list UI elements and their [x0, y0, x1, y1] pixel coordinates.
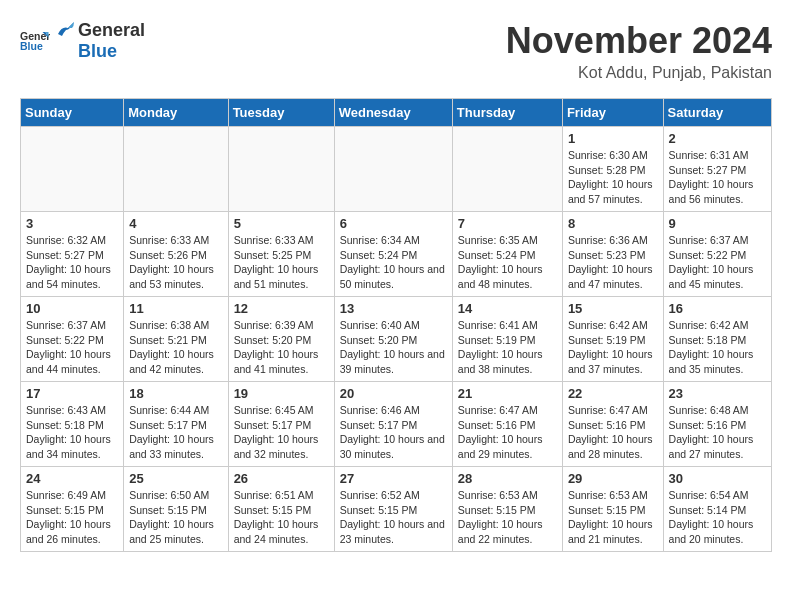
- day-daylight: Daylight: 10 hours and 44 minutes.: [26, 348, 111, 375]
- day-sunrise: Sunrise: 6:49 AM: [26, 489, 106, 501]
- calendar-cell: 9 Sunrise: 6:37 AM Sunset: 5:22 PM Dayli…: [663, 212, 771, 297]
- calendar-header-row: SundayMondayTuesdayWednesdayThursdayFrid…: [21, 99, 772, 127]
- day-number: 5: [234, 216, 329, 231]
- calendar-cell: 6 Sunrise: 6:34 AM Sunset: 5:24 PM Dayli…: [334, 212, 452, 297]
- day-sunrise: Sunrise: 6:48 AM: [669, 404, 749, 416]
- calendar-cell: 29 Sunrise: 6:53 AM Sunset: 5:15 PM Dayl…: [562, 467, 663, 552]
- day-sunrise: Sunrise: 6:52 AM: [340, 489, 420, 501]
- day-number: 4: [129, 216, 222, 231]
- calendar-header-wednesday: Wednesday: [334, 99, 452, 127]
- day-sunrise: Sunrise: 6:40 AM: [340, 319, 420, 331]
- day-sunset: Sunset: 5:16 PM: [669, 419, 747, 431]
- month-title: November 2024: [506, 20, 772, 62]
- calendar-cell: 8 Sunrise: 6:36 AM Sunset: 5:23 PM Dayli…: [562, 212, 663, 297]
- day-sunset: Sunset: 5:18 PM: [26, 419, 104, 431]
- day-number: 7: [458, 216, 557, 231]
- day-number: 9: [669, 216, 766, 231]
- day-sunset: Sunset: 5:22 PM: [669, 249, 747, 261]
- day-number: 25: [129, 471, 222, 486]
- day-number: 2: [669, 131, 766, 146]
- day-sunrise: Sunrise: 6:47 AM: [458, 404, 538, 416]
- day-sunset: Sunset: 5:15 PM: [129, 504, 207, 516]
- day-daylight: Daylight: 10 hours and 33 minutes.: [129, 433, 214, 460]
- day-daylight: Daylight: 10 hours and 53 minutes.: [129, 263, 214, 290]
- day-sunrise: Sunrise: 6:53 AM: [568, 489, 648, 501]
- calendar-cell: 30 Sunrise: 6:54 AM Sunset: 5:14 PM Dayl…: [663, 467, 771, 552]
- day-number: 29: [568, 471, 658, 486]
- calendar-header-tuesday: Tuesday: [228, 99, 334, 127]
- day-daylight: Daylight: 10 hours and 32 minutes.: [234, 433, 319, 460]
- calendar-cell: 23 Sunrise: 6:48 AM Sunset: 5:16 PM Dayl…: [663, 382, 771, 467]
- calendar-cell: [334, 127, 452, 212]
- calendar-header-monday: Monday: [124, 99, 228, 127]
- day-sunrise: Sunrise: 6:31 AM: [669, 149, 749, 161]
- day-sunrise: Sunrise: 6:53 AM: [458, 489, 538, 501]
- calendar-header-thursday: Thursday: [452, 99, 562, 127]
- calendar-week-5: 24 Sunrise: 6:49 AM Sunset: 5:15 PM Dayl…: [21, 467, 772, 552]
- calendar-cell: 11 Sunrise: 6:38 AM Sunset: 5:21 PM Dayl…: [124, 297, 228, 382]
- logo: General Blue General Blue: [20, 20, 145, 62]
- day-daylight: Daylight: 10 hours and 56 minutes.: [669, 178, 754, 205]
- day-sunrise: Sunrise: 6:33 AM: [129, 234, 209, 246]
- calendar-cell: 2 Sunrise: 6:31 AM Sunset: 5:27 PM Dayli…: [663, 127, 771, 212]
- calendar-cell: 5 Sunrise: 6:33 AM Sunset: 5:25 PM Dayli…: [228, 212, 334, 297]
- day-sunset: Sunset: 5:28 PM: [568, 164, 646, 176]
- day-number: 26: [234, 471, 329, 486]
- day-sunrise: Sunrise: 6:37 AM: [669, 234, 749, 246]
- day-daylight: Daylight: 10 hours and 50 minutes.: [340, 263, 445, 290]
- day-daylight: Daylight: 10 hours and 23 minutes.: [340, 518, 445, 545]
- calendar-cell: 4 Sunrise: 6:33 AM Sunset: 5:26 PM Dayli…: [124, 212, 228, 297]
- day-sunset: Sunset: 5:14 PM: [669, 504, 747, 516]
- day-sunset: Sunset: 5:27 PM: [669, 164, 747, 176]
- calendar-cell: 18 Sunrise: 6:44 AM Sunset: 5:17 PM Dayl…: [124, 382, 228, 467]
- page: General Blue General Blue November 2024 …: [0, 0, 792, 572]
- calendar-cell: 12 Sunrise: 6:39 AM Sunset: 5:20 PM Dayl…: [228, 297, 334, 382]
- calendar-header-friday: Friday: [562, 99, 663, 127]
- day-daylight: Daylight: 10 hours and 37 minutes.: [568, 348, 653, 375]
- day-sunset: Sunset: 5:18 PM: [669, 334, 747, 346]
- day-daylight: Daylight: 10 hours and 42 minutes.: [129, 348, 214, 375]
- calendar-cell: 20 Sunrise: 6:46 AM Sunset: 5:17 PM Dayl…: [334, 382, 452, 467]
- day-sunrise: Sunrise: 6:47 AM: [568, 404, 648, 416]
- day-daylight: Daylight: 10 hours and 41 minutes.: [234, 348, 319, 375]
- calendar-cell: [452, 127, 562, 212]
- day-number: 23: [669, 386, 766, 401]
- day-daylight: Daylight: 10 hours and 54 minutes.: [26, 263, 111, 290]
- day-sunset: Sunset: 5:20 PM: [234, 334, 312, 346]
- day-sunrise: Sunrise: 6:44 AM: [129, 404, 209, 416]
- day-number: 24: [26, 471, 118, 486]
- calendar-cell: 10 Sunrise: 6:37 AM Sunset: 5:22 PM Dayl…: [21, 297, 124, 382]
- day-daylight: Daylight: 10 hours and 25 minutes.: [129, 518, 214, 545]
- day-number: 15: [568, 301, 658, 316]
- day-sunset: Sunset: 5:17 PM: [340, 419, 418, 431]
- calendar-table: SundayMondayTuesdayWednesdayThursdayFrid…: [20, 98, 772, 552]
- day-number: 12: [234, 301, 329, 316]
- day-number: 8: [568, 216, 658, 231]
- day-sunset: Sunset: 5:21 PM: [129, 334, 207, 346]
- day-sunset: Sunset: 5:17 PM: [234, 419, 312, 431]
- calendar-cell: 24 Sunrise: 6:49 AM Sunset: 5:15 PM Dayl…: [21, 467, 124, 552]
- logo-text-blue: Blue: [78, 42, 145, 62]
- day-number: 22: [568, 386, 658, 401]
- day-sunset: Sunset: 5:15 PM: [568, 504, 646, 516]
- day-number: 17: [26, 386, 118, 401]
- day-sunset: Sunset: 5:16 PM: [568, 419, 646, 431]
- day-daylight: Daylight: 10 hours and 21 minutes.: [568, 518, 653, 545]
- day-sunset: Sunset: 5:19 PM: [568, 334, 646, 346]
- title-area: November 2024 Kot Addu, Punjab, Pakistan: [506, 20, 772, 82]
- calendar-cell: 1 Sunrise: 6:30 AM Sunset: 5:28 PM Dayli…: [562, 127, 663, 212]
- day-daylight: Daylight: 10 hours and 26 minutes.: [26, 518, 111, 545]
- calendar-cell: 7 Sunrise: 6:35 AM Sunset: 5:24 PM Dayli…: [452, 212, 562, 297]
- day-daylight: Daylight: 10 hours and 34 minutes.: [26, 433, 111, 460]
- calendar-week-3: 10 Sunrise: 6:37 AM Sunset: 5:22 PM Dayl…: [21, 297, 772, 382]
- calendar-cell: 26 Sunrise: 6:51 AM Sunset: 5:15 PM Dayl…: [228, 467, 334, 552]
- day-sunrise: Sunrise: 6:36 AM: [568, 234, 648, 246]
- day-sunrise: Sunrise: 6:42 AM: [669, 319, 749, 331]
- day-daylight: Daylight: 10 hours and 47 minutes.: [568, 263, 653, 290]
- calendar-cell: 3 Sunrise: 6:32 AM Sunset: 5:27 PM Dayli…: [21, 212, 124, 297]
- calendar-header-sunday: Sunday: [21, 99, 124, 127]
- day-sunrise: Sunrise: 6:41 AM: [458, 319, 538, 331]
- day-daylight: Daylight: 10 hours and 35 minutes.: [669, 348, 754, 375]
- day-daylight: Daylight: 10 hours and 57 minutes.: [568, 178, 653, 205]
- calendar-week-4: 17 Sunrise: 6:43 AM Sunset: 5:18 PM Dayl…: [21, 382, 772, 467]
